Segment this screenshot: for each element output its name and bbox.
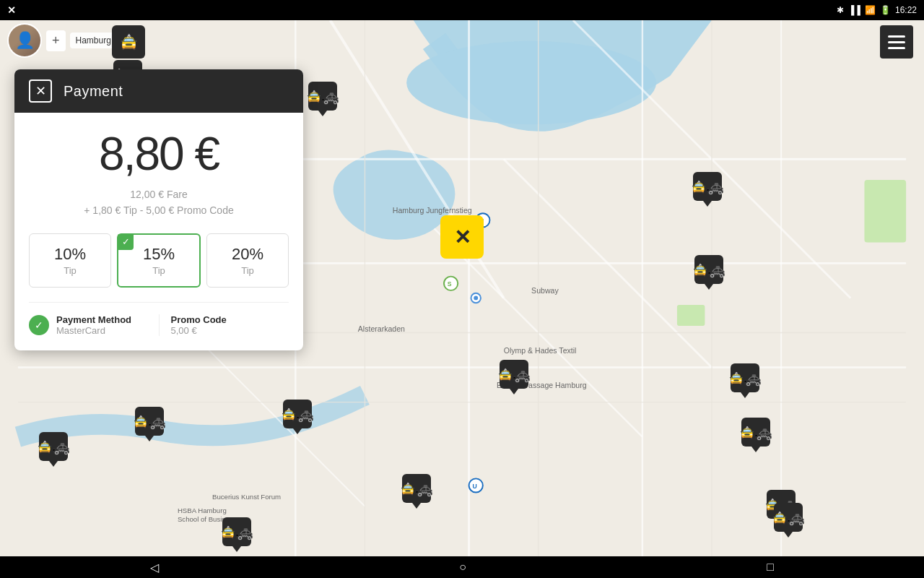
close-button[interactable]: ✕ [29, 79, 52, 103]
payment-method-value: MasterCard [56, 325, 131, 336]
taxi-marker[interactable]: 🚖 [772, 503, 804, 538]
payment-check-icon: ✓ [29, 315, 49, 335]
svg-text:HSBA Hamburg: HSBA Hamburg [178, 506, 227, 514]
taxi-marker[interactable]: 🚖 [498, 360, 530, 394]
taxi-marker[interactable]: 🚖 [134, 407, 165, 441]
promo-code-label: Promo Code [171, 314, 289, 325]
menu-line-2 [888, 41, 905, 43]
svg-point-36 [474, 296, 478, 301]
taxi-marker[interactable]: 🚖 [729, 363, 761, 398]
battery-icon: 🔋 [880, 5, 891, 15]
taxi-marker[interactable]: 🚖 [221, 517, 253, 552]
signal-icon: ▐▐ [848, 5, 860, 15]
tip-buttons-group: 10% Tip ✓ 15% Tip 20% Tip [29, 233, 289, 288]
taxi-marker[interactable]: 🚖 [282, 400, 313, 434]
svg-text:Bucerius Kunst Forum: Bucerius Kunst Forum [212, 493, 281, 501]
taxi-marker[interactable]: 🚖 [38, 432, 69, 467]
svg-rect-19 [864, 180, 906, 243]
svg-text:Subway: Subway [531, 286, 559, 295]
tip-20-label: Tip [213, 265, 282, 276]
promo-code-value: 5,00 € [171, 325, 289, 336]
bluetooth-icon: ✱ [837, 5, 844, 15]
mytaxi-logo-marker: ✕ [440, 215, 484, 259]
payment-method-label: Payment Method [56, 314, 131, 325]
back-button[interactable]: ◁ [150, 561, 159, 574]
promo-section[interactable]: Promo Code 5,00 € [160, 314, 289, 336]
add-button[interactable]: + [46, 30, 66, 51]
svg-point-1 [406, 41, 656, 124]
tip-15-button[interactable]: ✓ 15% Tip [117, 233, 201, 288]
menu-line-1 [888, 35, 905, 38]
menu-line-3 [888, 47, 905, 49]
tip-10-button[interactable]: 10% Tip [29, 233, 111, 288]
selected-checkmark: ✓ [118, 234, 134, 250]
top-taxi-icon[interactable]: 🚖 [112, 25, 145, 59]
profile-area: 👤 + Hamburg [7, 23, 117, 58]
tip-15-label: Tip [124, 265, 193, 276]
taxi-marker[interactable]: 🚖 [401, 474, 432, 509]
tip-20-pct: 20% [213, 245, 282, 264]
payment-method-section[interactable]: ✓ Payment Method MasterCard [29, 314, 160, 336]
tip-10-label: Tip [35, 265, 105, 276]
status-bar: ✕ ✱ ▐▐ 📶 🔋 16:22 [0, 0, 924, 20]
taxi-marker[interactable]: 🚖 [307, 82, 339, 116]
tip-15-pct: 15% [124, 245, 193, 264]
close-app-icon[interactable]: ✕ [7, 4, 16, 16]
svg-text:Alsterarkaden: Alsterarkaden [358, 324, 405, 333]
svg-rect-20 [677, 305, 705, 326]
fare-text: 12,00 € Fare [29, 186, 289, 202]
wifi-icon: 📶 [865, 5, 876, 15]
price-details: 12,00 € Fare + 1,80 € Tip - 5,00 € Promo… [29, 186, 289, 219]
price-display: 8,80 € [29, 127, 289, 181]
tip-20-button[interactable]: 20% Tip [206, 233, 289, 288]
svg-text:Hamburg Jungfernstieg: Hamburg Jungfernstieg [393, 206, 472, 215]
tip-10-pct: 10% [35, 245, 105, 264]
time-display: 16:22 [895, 5, 917, 15]
svg-text:U: U [472, 483, 476, 490]
tip-promo-text: + 1,80 € Tip - 5,00 € Promo Code [29, 202, 289, 218]
recent-button[interactable]: □ [767, 561, 774, 574]
svg-text:Olymp & Hades Textil: Olymp & Hades Textil [504, 346, 577, 355]
menu-button[interactable] [880, 25, 913, 59]
location-label: Hamburg [70, 33, 117, 48]
home-button[interactable]: ○ [459, 561, 466, 574]
svg-text:S: S [448, 280, 452, 288]
navigation-bar: ◁ ○ □ [0, 556, 924, 578]
taxi-marker[interactable]: 🚖 [692, 172, 723, 207]
taxi-marker[interactable]: 🚖 [693, 255, 725, 290]
taxi-marker[interactable]: 🚖 [740, 418, 772, 452]
panel-header: ✕ Payment [14, 69, 303, 113]
payment-panel: ✕ Payment 8,80 € 12,00 € Fare + 1,80 € T… [14, 69, 303, 350]
panel-title: Payment [64, 83, 123, 100]
avatar[interactable]: 👤 [7, 23, 42, 58]
payment-row: ✓ Payment Method MasterCard Promo Code 5… [29, 302, 289, 336]
